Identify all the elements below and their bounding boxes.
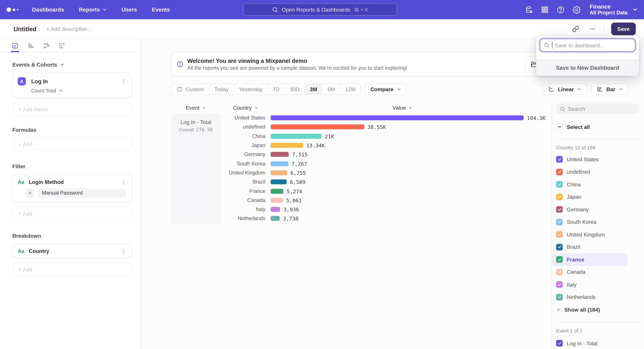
- compare-button[interactable]: Compare: [365, 83, 407, 95]
- legend-checkbox[interactable]: [556, 244, 563, 250]
- bar-segment[interactable]: [271, 189, 284, 193]
- link-icon[interactable]: [570, 24, 580, 34]
- tab-retention[interactable]: [58, 39, 66, 52]
- legend-checkbox[interactable]: [556, 181, 563, 188]
- select-all-row[interactable]: Select all: [556, 124, 640, 130]
- filter-operator[interactable]: =: [25, 188, 35, 197]
- bar-segment[interactable]: [271, 198, 283, 203]
- save-dashboard-search[interactable]: [540, 38, 636, 52]
- legend-checkbox[interactable]: [556, 169, 563, 175]
- legend-checkbox[interactable]: [556, 206, 563, 213]
- filter-card[interactable]: Aa Login Method = Manual Password: [12, 174, 132, 203]
- range-custom[interactable]: Custom: [172, 84, 210, 94]
- chart-type-button[interactable]: Bar: [591, 83, 628, 95]
- bar-segment[interactable]: [271, 216, 280, 221]
- nav-item-dashboards[interactable]: Dashboards: [32, 6, 64, 13]
- save-button[interactable]: Save: [611, 23, 636, 35]
- column-header-value[interactable]: Value: [276, 105, 529, 111]
- add-description[interactable]: + Add description...: [46, 26, 92, 32]
- filter-value[interactable]: Manual Password: [38, 188, 126, 197]
- gear-icon[interactable]: [572, 5, 580, 14]
- metric-aggregation[interactable]: Count Total: [31, 88, 132, 93]
- kebab-icon[interactable]: [121, 248, 126, 254]
- legend-item-netherlands[interactable]: Netherlands: [552, 291, 628, 303]
- range-6m[interactable]: 6M: [322, 84, 340, 94]
- apps-grid-icon[interactable]: [541, 6, 548, 13]
- range-3m[interactable]: 3M: [305, 84, 322, 94]
- legend-search-input[interactable]: [568, 106, 630, 112]
- range-7d[interactable]: 7D: [268, 84, 285, 94]
- bar-segment[interactable]: [271, 170, 287, 175]
- filter-property-name[interactable]: Login Method: [29, 179, 64, 185]
- legend-item-germany[interactable]: Germany: [552, 203, 628, 216]
- legend-item-france[interactable]: France: [552, 253, 628, 266]
- add-breakdown-button[interactable]: + Add: [12, 263, 132, 275]
- metric-card[interactable]: A Log In Count Total: [12, 73, 132, 98]
- add-formula-button[interactable]: + Add: [12, 138, 132, 150]
- legend-checkbox[interactable]: [556, 269, 563, 275]
- bar-segment[interactable]: [271, 134, 322, 139]
- nav-item-events[interactable]: Events: [152, 6, 170, 13]
- breakdown-property-name[interactable]: Country: [29, 248, 49, 254]
- legend-item-united-states[interactable]: United States: [552, 153, 628, 166]
- chart-row-united-states: United States104.3K: [220, 113, 552, 122]
- legend-checkbox[interactable]: [556, 231, 563, 238]
- events-cohorts-header[interactable]: Events & Cohorts: [12, 61, 132, 68]
- bar-segment[interactable]: [271, 207, 280, 212]
- column-header-country[interactable]: Country: [220, 105, 271, 111]
- bar-segment[interactable]: [271, 115, 524, 120]
- bar-segment[interactable]: [271, 152, 289, 157]
- add-filter-button[interactable]: + Add: [12, 207, 132, 220]
- save-dashboard-input[interactable]: [555, 42, 629, 48]
- bar-segment[interactable]: [271, 161, 288, 166]
- legend-checkbox[interactable]: [556, 219, 563, 225]
- range-30d[interactable]: 30D: [285, 84, 305, 94]
- legend-item-japan[interactable]: Japan: [552, 191, 628, 203]
- legend-checkbox[interactable]: [556, 281, 563, 288]
- bar-segment[interactable]: [271, 125, 364, 129]
- legend-checkbox[interactable]: [556, 194, 563, 200]
- event-series-cell[interactable]: Log In - Total Overall276.5K: [171, 113, 220, 224]
- show-all-button[interactable]: Show all (184): [556, 307, 640, 313]
- chevron-down-icon: [60, 62, 64, 67]
- global-search-button[interactable]: Open Reports & Dashboards ⌘ + K: [243, 3, 397, 15]
- mixpanel-logo-icon[interactable]: [6, 7, 20, 12]
- project-switcher[interactable]: Finance All Project Data: [590, 3, 638, 16]
- legend-checkbox[interactable]: [556, 294, 563, 300]
- nav-item-reports[interactable]: Reports: [79, 6, 107, 13]
- kebab-icon[interactable]: [121, 78, 126, 84]
- legend-item-italy[interactable]: Italy: [552, 278, 628, 291]
- save-to-new-dashboard-option[interactable]: Save to New Dashboard: [536, 59, 639, 76]
- report-title[interactable]: Untitled: [14, 25, 36, 32]
- event-checkbox[interactable]: [556, 340, 563, 347]
- legend-item-event[interactable]: Log In - Total: [552, 337, 628, 349]
- column-header-event[interactable]: Event: [171, 105, 220, 111]
- legend-item-undefined[interactable]: undefined: [552, 166, 628, 178]
- help-icon[interactable]: [556, 5, 564, 14]
- legend-item-south-korea[interactable]: South Korea: [552, 216, 628, 228]
- range-12m[interactable]: 12M: [340, 84, 360, 94]
- tab-funnels[interactable]: [27, 39, 34, 52]
- kebab-icon[interactable]: [121, 179, 126, 185]
- select-all-checkbox[interactable]: [556, 124, 563, 130]
- bar-segment[interactable]: [271, 180, 286, 184]
- legend-checkbox[interactable]: [556, 156, 563, 163]
- legend-checkbox[interactable]: [556, 256, 563, 263]
- bar-segment[interactable]: [271, 143, 303, 148]
- scale-selector-button[interactable]: Linear: [543, 83, 587, 95]
- breakdown-card[interactable]: Aa Country: [12, 244, 132, 258]
- legend-item-canada[interactable]: Canada: [552, 266, 628, 279]
- legend-item-china[interactable]: China: [552, 178, 628, 191]
- data-gear-icon[interactable]: [525, 5, 533, 14]
- nav-item-users[interactable]: Users: [122, 6, 137, 13]
- metric-name[interactable]: Log In: [31, 78, 48, 84]
- add-metric-button[interactable]: + Add Metric: [12, 103, 132, 115]
- range-today[interactable]: Today: [209, 84, 234, 94]
- legend-item-united-kingdom[interactable]: United Kingdom: [552, 228, 628, 241]
- tab-flows[interactable]: [43, 39, 50, 52]
- legend-search[interactable]: [556, 103, 640, 114]
- tab-insights[interactable]: [12, 39, 18, 52]
- range-yesterday[interactable]: Yesterday: [234, 84, 268, 94]
- legend-item-brazil[interactable]: Brazil: [552, 241, 628, 253]
- ellipsis-icon[interactable]: [587, 24, 598, 34]
